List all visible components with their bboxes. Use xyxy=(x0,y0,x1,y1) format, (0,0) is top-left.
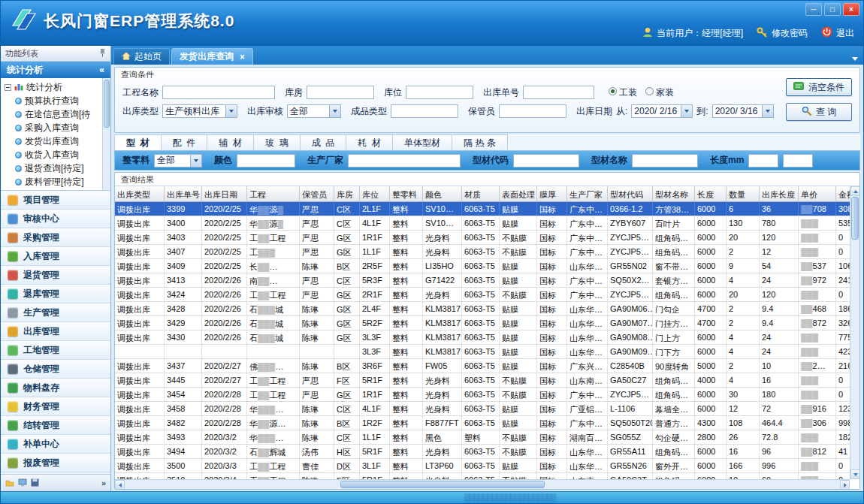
table-row[interactable]: 调拨出库34822020/2/28华▒▒源…陈琳B区1R2F整料F8877FT6… xyxy=(115,416,850,430)
table-row[interactable]: 调拨出库34302020/2/26石▒▒▒城陈琳G区3L3F整料KLM38176… xyxy=(115,330,850,345)
table-row[interactable]: 调拨出库34092020/2/25长▒▒…陈琳B区2R5F整料LI35HO606… xyxy=(115,259,850,273)
table-row[interactable]: 调拨出库34132020/2/26南▒▒…严思C区5R3F整料G71422606… xyxy=(115,273,850,288)
close-button[interactable]: × xyxy=(843,3,859,16)
computer-icon[interactable] xyxy=(18,476,27,490)
table-row[interactable]: 调拨出库35102020/3/4工▒▒工程陈琳F区5R1F整料光身料6063-T… xyxy=(115,473,850,479)
material-tab-7[interactable]: 隔 热 条 xyxy=(452,134,508,150)
column-header[interactable]: 保管员 xyxy=(300,186,334,201)
profile-name-input[interactable] xyxy=(632,154,698,167)
table-row[interactable]: 调拨出库34242020/2/26工▒▒工程严思G区2R1F整料光身料6063-… xyxy=(115,288,850,302)
profile-code-input[interactable] xyxy=(513,154,579,167)
column-header[interactable]: 型材名称 xyxy=(653,186,695,201)
material-tab-0[interactable]: 型 材 xyxy=(114,134,162,150)
tree-item[interactable]: 废料管理[待定] xyxy=(5,175,101,189)
sidebar-item-scrap[interactable]: 报废管理 xyxy=(1,454,110,472)
table-row[interactable]: 调拨出库34072020/2/25工▒▒▒严思G区1L1F整料光身料6063-T… xyxy=(115,245,850,259)
column-header[interactable]: 金额 xyxy=(836,186,850,201)
search-button[interactable]: 查 询 xyxy=(786,103,852,121)
tree-scrollbar-thumb[interactable] xyxy=(104,80,110,128)
table-row[interactable]: 调拨出库34292020/2/26石▒▒▒城陈琳G区5R2F整料KLM38176… xyxy=(115,316,850,330)
column-header[interactable]: 颜色 xyxy=(423,186,462,201)
folder-icon[interactable] xyxy=(5,476,14,490)
warehouse-input[interactable] xyxy=(307,86,374,99)
column-header[interactable]: 出库单号 xyxy=(165,186,202,201)
length-min-input[interactable] xyxy=(748,154,778,167)
tree-item[interactable]: 在途信息查询[待 xyxy=(5,107,101,121)
sidebar-section-stats[interactable]: 统计分析 « xyxy=(1,62,110,78)
sidebar-item-site[interactable]: 工地管理 xyxy=(1,341,110,360)
sidebar-item-inbound[interactable]: 入库管理 xyxy=(1,247,110,266)
radio-gongzhuang[interactable]: 工装 xyxy=(609,86,637,99)
horizontal-scroll-thumb[interactable] xyxy=(340,481,545,488)
table-row[interactable]: 调拨出库34372020/2/27佛▒▒▒…陈琳B区3R6F整料FW056063… xyxy=(115,359,850,373)
sidebar-item-audit-center[interactable]: 审核中心 xyxy=(1,210,110,228)
material-tab-4[interactable]: 成 品 xyxy=(301,134,347,150)
column-header[interactable]: 整零料 xyxy=(390,186,423,201)
tree-scrollbar[interactable] xyxy=(102,78,110,190)
tree-item[interactable]: 退货查询[待定] xyxy=(5,161,101,175)
sidebar-item-return-goods[interactable]: 退货管理 xyxy=(1,266,110,285)
radio-jiazhuang[interactable]: 家装 xyxy=(645,86,674,99)
whole-part-select[interactable]: 全部 xyxy=(154,154,202,167)
sidebar-item-warehouse[interactable]: 仓储管理 xyxy=(1,360,110,379)
location-input[interactable] xyxy=(406,86,473,99)
column-header[interactable]: 材质 xyxy=(462,186,500,201)
keeper-input[interactable] xyxy=(499,104,566,118)
column-header[interactable]: 长度 xyxy=(695,186,727,201)
sidebar-item-finance[interactable]: 财务管理 xyxy=(1,397,110,416)
project-name-input[interactable] xyxy=(162,86,275,99)
table-row[interactable]: 调拨出库34932020/3/2华▒▒▒…陈琳C区1L1F整料黑色塑料不贴膜国标… xyxy=(115,430,850,445)
minimize-button[interactable]: ─ xyxy=(805,3,822,16)
sidebar-item-project-folder[interactable]: 项目管理 xyxy=(1,191,110,210)
vertical-scroll-thumb[interactable] xyxy=(851,197,859,240)
scroll-up-button[interactable] xyxy=(850,186,859,196)
table-row[interactable]: 3L3F整料KLM38176063-T5贴膜国标山东华…GA90M09…门下方6… xyxy=(115,345,850,359)
tab-list-caret-icon[interactable] xyxy=(852,57,858,61)
table-row[interactable]: 调拨出库33992020/2/25华▒▒源▒严思C区2L1F整料SV10…606… xyxy=(115,202,850,216)
scroll-right-button[interactable] xyxy=(840,480,850,489)
column-header[interactable]: 出库类型 xyxy=(115,186,165,201)
column-header[interactable]: 表面处理 xyxy=(500,186,537,201)
column-header[interactable]: 出库长度 xyxy=(760,186,799,201)
change-password-link[interactable]: 修改密码 xyxy=(757,27,808,40)
tree-item[interactable]: 发货出库查询 xyxy=(5,134,101,148)
table-row[interactable]: 调拨出库34002020/2/25华▒▒源▒严思C区4L1F整料SV10…606… xyxy=(115,216,850,231)
outbound-type-select[interactable]: 生产领料出库 xyxy=(162,104,237,118)
table-row[interactable]: 调拨出库34282020/2/26石▒▒▒城陈琳G区2L4F整料KLM38176… xyxy=(115,302,850,316)
collapse-icon[interactable]: « xyxy=(99,65,104,75)
maximize-button[interactable]: □ xyxy=(824,3,841,16)
table-row[interactable]: 调拨出库35002020/3/3工▒▒工程曹佳D区3L1F整料LT3P60606… xyxy=(115,459,850,473)
tab-close-icon[interactable]: × xyxy=(240,52,245,62)
date-to-picker[interactable]: 2020/ 3/16 xyxy=(712,104,774,118)
column-header[interactable]: 型材代码 xyxy=(608,186,653,201)
column-header[interactable]: 工程 xyxy=(247,186,300,201)
sidebar-item-production[interactable]: 生产管理 xyxy=(1,303,110,322)
more-chevron-icon[interactable]: » xyxy=(101,478,106,487)
material-tab-3[interactable]: 玻 璃 xyxy=(254,134,301,150)
sidebar-item-purchase[interactable]: 采购管理 xyxy=(1,228,110,247)
tree-item[interactable]: 采购入库查询 xyxy=(5,121,101,134)
scroll-down-button[interactable] xyxy=(850,469,859,479)
column-header[interactable]: 生产厂家 xyxy=(567,186,608,201)
material-tab-1[interactable]: 配 件 xyxy=(162,134,208,150)
audit-select[interactable]: 全部 xyxy=(287,104,341,118)
column-header[interactable]: 数量 xyxy=(727,186,760,201)
tree-expander-icon[interactable] xyxy=(5,84,11,91)
product-type-input[interactable] xyxy=(391,104,458,118)
color-input[interactable] xyxy=(237,154,295,167)
material-tab-6[interactable]: 单体型材 xyxy=(393,134,452,150)
date-from-picker[interactable]: 2020/ 2/16 xyxy=(631,104,693,118)
order-no-input[interactable] xyxy=(523,86,594,99)
scroll-left-button[interactable] xyxy=(115,480,125,489)
tree-root[interactable]: 统计分析 xyxy=(5,80,101,94)
table-row[interactable]: 调拨出库34942020/3/2石▒▒辉城汤伟H区5R1F整料光身料6063-T… xyxy=(115,445,850,459)
sidebar-item-return-stock[interactable]: 退库管理 xyxy=(1,285,110,303)
sidebar-item-supplement[interactable]: 补单中心 xyxy=(1,435,110,454)
material-tab-5[interactable]: 耗 材 xyxy=(346,134,393,150)
sidebar-item-carryover[interactable]: 结转管理 xyxy=(1,416,110,435)
column-header[interactable]: 库房 xyxy=(334,186,360,201)
logout-button[interactable]: 退出 xyxy=(821,26,854,40)
tree-item[interactable]: 收货入库查询 xyxy=(5,148,101,161)
clear-conditions-button[interactable]: 清空条件 xyxy=(786,78,852,96)
table-horizontal-scrollbar[interactable] xyxy=(115,479,850,489)
